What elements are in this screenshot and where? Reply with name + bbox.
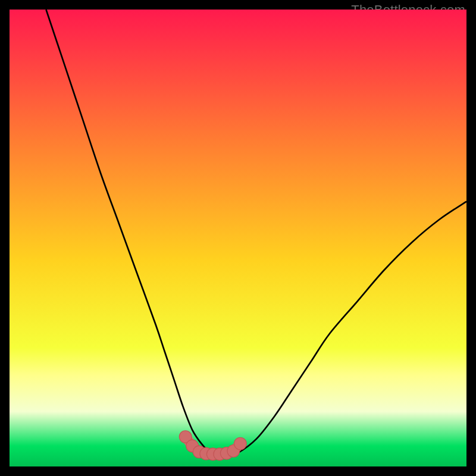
plot-area bbox=[10, 10, 466, 466]
gradient-background bbox=[10, 10, 466, 466]
bottleneck-chart bbox=[10, 10, 466, 466]
highlight-marker bbox=[234, 437, 246, 450]
chart-container: { "watermark": "TheBottleneck.com", "col… bbox=[0, 0, 476, 476]
